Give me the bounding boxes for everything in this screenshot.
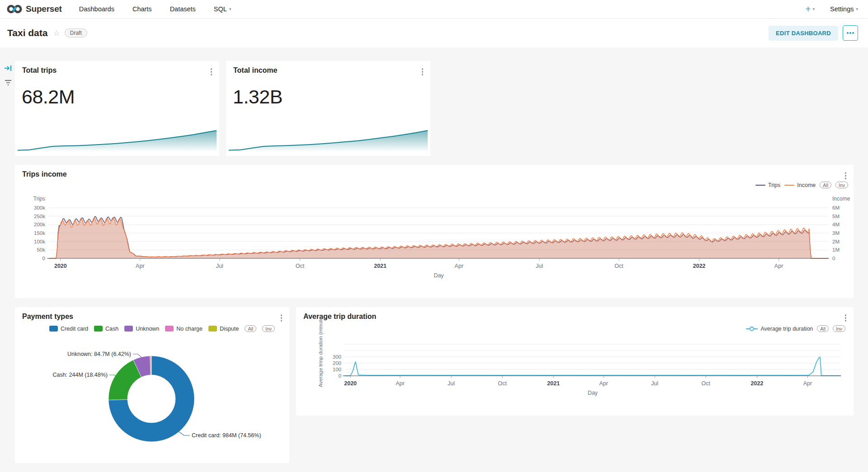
- chevron-down-icon: ▾: [856, 7, 858, 11]
- infinity-logo-icon: [6, 4, 23, 14]
- svg-text:5M: 5M: [832, 214, 840, 219]
- svg-text:300: 300: [333, 354, 341, 360]
- legend-item-credit-card[interactable]: Credit card: [49, 326, 88, 332]
- trips-income-chart: 0050k1M100k2M150k3M200k4M250k5M300k6MTri…: [15, 165, 854, 300]
- svg-text:Jul: Jul: [651, 380, 658, 387]
- big-number-value: 68.2M: [22, 86, 75, 108]
- chevron-down-icon: ▾: [813, 7, 815, 11]
- svg-text:Apr: Apr: [396, 380, 404, 387]
- unknown-swatch: [124, 326, 133, 332]
- page-title: Taxi data: [7, 28, 47, 38]
- svg-text:250k: 250k: [34, 214, 45, 219]
- svg-text:Day: Day: [434, 272, 444, 279]
- svg-text:2020: 2020: [344, 380, 357, 387]
- big-number-value: 1.32B: [233, 86, 283, 108]
- svg-text:2020: 2020: [54, 263, 67, 269]
- superset-dashboard: Superset Dashboards Charts Datasets SQL …: [0, 0, 868, 472]
- dispute-swatch: [208, 326, 217, 332]
- credit-card-swatch: [49, 326, 58, 332]
- svg-text:2022: 2022: [693, 263, 706, 269]
- legend-label: Cash: [105, 326, 118, 332]
- svg-text:Oct: Oct: [498, 380, 507, 387]
- card-title: Total trips: [22, 66, 57, 75]
- dashboard-actions-button[interactable]: [843, 25, 858, 41]
- nav-charts[interactable]: Charts: [132, 5, 152, 13]
- card-payment-types: Payment types Credit card Cash Unknown N…: [15, 307, 289, 463]
- svg-text:Trips: Trips: [33, 196, 45, 202]
- chart-menu-button[interactable]: [419, 66, 426, 77]
- avg-duration-chart: 3002001000Average trinp duration (minute…: [296, 307, 854, 417]
- svg-text:Apr: Apr: [455, 263, 463, 269]
- svg-text:2021: 2021: [374, 263, 387, 269]
- nav-dashboards[interactable]: Dashboards: [79, 5, 114, 13]
- card-avg-trip-duration: Average trip duration Average trip durat…: [296, 307, 854, 416]
- settings-label: Settings: [830, 5, 854, 13]
- payment-types-legend: Credit card Cash Unknown No charge Dispu…: [41, 325, 283, 332]
- svg-text:Unknown: 84.7M (6.42%): Unknown: 84.7M (6.42%): [67, 351, 131, 357]
- svg-text:300k: 300k: [34, 205, 45, 210]
- svg-text:2021: 2021: [547, 380, 560, 387]
- svg-text:Oct: Oct: [296, 263, 305, 269]
- ellipsis-icon: [847, 32, 849, 34]
- chart-menu-button[interactable]: [278, 313, 285, 323]
- chevron-down-icon: ▾: [229, 7, 231, 11]
- svg-text:0: 0: [339, 373, 341, 379]
- svg-text:Day: Day: [588, 390, 598, 396]
- nav-datasets[interactable]: Datasets: [170, 5, 196, 13]
- svg-text:100k: 100k: [34, 239, 45, 244]
- svg-text:50k: 50k: [37, 247, 45, 252]
- svg-text:Jul: Jul: [536, 263, 543, 269]
- settings-menu[interactable]: Settings ▾: [830, 5, 858, 13]
- svg-text:Apr: Apr: [136, 263, 144, 269]
- legend-label: No charge: [176, 326, 203, 332]
- svg-text:3M: 3M: [832, 230, 840, 236]
- new-item-button[interactable]: + ▾: [805, 4, 815, 14]
- svg-text:Cash: 244M (18.48%): Cash: 244M (18.48%): [52, 372, 108, 378]
- nav-sql-label: SQL: [214, 5, 227, 13]
- filter-icon[interactable]: [5, 79, 12, 86]
- svg-text:2022: 2022: [751, 380, 764, 387]
- svg-text:Credit card: 984M (74.56%): Credit card: 984M (74.56%): [192, 432, 261, 439]
- card-title: Payment types: [22, 313, 73, 321]
- legend-item-unknown[interactable]: Unknown: [124, 326, 159, 332]
- svg-text:200: 200: [333, 360, 341, 366]
- legend-item-no-charge[interactable]: No charge: [165, 326, 203, 332]
- dashboard-content: Total trips 68.2M Total income 1.32B Tri…: [0, 47, 868, 472]
- legend-label: Unknown: [136, 326, 159, 332]
- svg-text:Jul: Jul: [216, 263, 223, 269]
- filter-rail: [3, 65, 14, 86]
- dashboard-titlebar: Taxi data ☆ Draft EDIT DASHBOARD: [0, 19, 868, 47]
- svg-text:100: 100: [333, 367, 341, 372]
- legend-all-button[interactable]: All: [245, 325, 256, 332]
- total-income-sparkline: [229, 128, 428, 154]
- svg-text:Apr: Apr: [774, 263, 783, 269]
- svg-text:0: 0: [832, 256, 835, 261]
- card-title: Total income: [233, 66, 278, 75]
- svg-text:200k: 200k: [34, 222, 45, 227]
- cash-swatch: [94, 326, 103, 332]
- svg-text:Oct: Oct: [702, 380, 711, 387]
- svg-text:6M: 6M: [832, 205, 840, 210]
- superset-logo[interactable]: Superset: [6, 4, 62, 14]
- no-charge-swatch: [165, 326, 174, 332]
- legend-label: Credit card: [61, 326, 88, 332]
- status-badge: Draft: [65, 28, 87, 37]
- svg-text:150k: 150k: [34, 230, 45, 236]
- legend-item-cash[interactable]: Cash: [94, 326, 118, 332]
- svg-text:Average trinp duration (minute: Average trinp duration (minute: [318, 318, 323, 388]
- legend-label: Dispute: [220, 326, 239, 332]
- card-trips-income: Trips income Trips Income All Inv 0050k1…: [15, 165, 854, 298]
- edit-dashboard-button[interactable]: EDIT DASHBOARD: [769, 26, 838, 41]
- svg-text:1M: 1M: [832, 247, 840, 252]
- svg-text:0: 0: [42, 256, 45, 261]
- svg-text:Apr: Apr: [803, 380, 812, 387]
- card-total-income: Total income 1.32B: [226, 61, 430, 156]
- legend-item-dispute[interactable]: Dispute: [208, 326, 239, 332]
- nav-sql[interactable]: SQL ▾: [214, 5, 231, 13]
- legend-inv-button[interactable]: Inv: [262, 325, 275, 332]
- svg-text:Oct: Oct: [614, 263, 623, 269]
- expand-filter-bar-icon[interactable]: [4, 65, 12, 72]
- plus-icon: +: [805, 4, 811, 14]
- favorite-star-icon[interactable]: ☆: [53, 28, 60, 38]
- chart-menu-button[interactable]: [208, 66, 215, 77]
